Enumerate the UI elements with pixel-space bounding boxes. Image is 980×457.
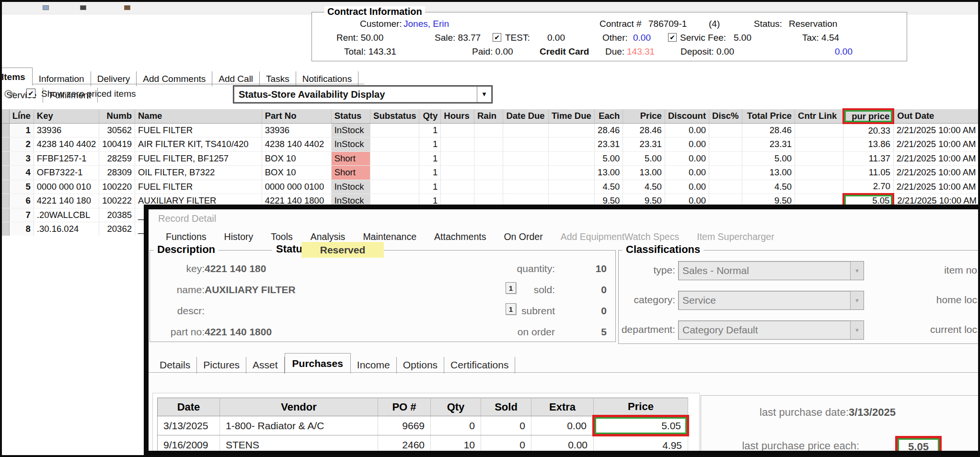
purchase-row[interactable]: 3/13/20251-800- Radiator & A/C9669000.00… [158,416,688,435]
cell-total-price[interactable]: 5.00 [742,151,795,166]
cell-disc-pct[interactable] [709,151,742,166]
cell-status[interactable]: InStock [331,123,370,137]
cell-cntr-link[interactable] [795,180,843,194]
cell-status[interactable]: Short [331,166,370,180]
cell-cntr-link[interactable] [795,166,843,180]
cell-time-due[interactable] [548,166,594,180]
cell-total-price[interactable]: 23.31 [742,137,795,152]
row-gutter[interactable] [0,166,9,180]
column-header-substatus[interactable]: Substatus [370,109,419,123]
availability-display-dropdown[interactable]: Status-Store Availability Display ▼ [233,86,492,103]
cell-cntr-link[interactable] [795,151,843,166]
cell-hours[interactable] [441,123,474,137]
cell-name[interactable]: FUEL FILTER [135,180,262,194]
menu-on-order[interactable]: On Order [504,231,542,242]
cell-key[interactable]: FFBF1257-1 [34,151,99,166]
chevron-down-icon[interactable]: ▼ [850,321,864,339]
cell-disc-pct[interactable] [709,180,742,194]
cell-cntr-link[interactable] [795,137,843,152]
cell-part-no[interactable]: 4238 140 4402 [262,137,331,152]
refresh-icon[interactable]: ⟳ [4,86,15,102]
cell-pur-price[interactable]: 11.05 [843,166,894,180]
purchase-cell-qty[interactable]: 0 [431,416,481,435]
cell-date-due[interactable] [503,166,548,180]
cell-substatus[interactable] [370,166,419,180]
row-gutter[interactable] [0,222,9,236]
chevron-down-icon[interactable]: ▼ [850,291,864,309]
cell-time-due[interactable] [548,137,594,152]
purchases-header-vendor[interactable]: Vendor [220,398,378,416]
purchases-header-extra[interactable]: Extra [531,398,594,416]
column-header-hours[interactable]: Hours [441,109,474,123]
purchase-cell-po[interactable]: 2460 [378,435,431,455]
cell-hours[interactable] [441,180,474,194]
cell-name[interactable]: FUEL FILTER [135,123,262,137]
cell-hours[interactable] [441,137,474,152]
cell-numb[interactable]: 30562 [99,123,135,137]
purchases-header-price[interactable]: Price [594,398,688,416]
cell-out-date[interactable]: 2/21/2025 10:00 AM [893,123,980,137]
cell-status[interactable]: InStock [331,137,370,152]
column-header-time-due[interactable]: Time Due [548,109,594,123]
cell-key[interactable]: 33936 [34,123,99,137]
cell-pur-price[interactable]: 13.86 [843,137,894,152]
cell-qty[interactable]: 1 [419,151,441,166]
cell-cntr-link[interactable] [795,123,843,137]
column-header-part-no[interactable]: Part No [262,109,331,123]
cell-pur-price[interactable]: 11.37 [843,151,894,166]
cell-name[interactable]: FUEL FILTER, BF1257 [135,151,262,166]
cell-discount[interactable]: 0.00 [665,151,709,166]
row-gutter[interactable] [0,151,9,166]
row-gutter[interactable] [0,123,9,137]
tab-add-comments[interactable]: Add Comments [137,71,212,86]
column-header-rain[interactable]: Rain [474,109,503,123]
cell-numb[interactable]: 20362 [99,222,135,236]
cell-status[interactable]: Short [331,151,370,166]
cell-each[interactable]: 5.00 [594,151,623,166]
cell-each[interactable]: 13.00 [594,166,623,180]
purchases-header-po-[interactable]: PO # [378,398,431,416]
detail-tab-details[interactable]: Details [153,357,197,374]
cell-disc-pct[interactable] [709,166,742,180]
cell-pur-price[interactable]: 20.33 [843,123,894,137]
cell-each[interactable]: 28.46 [594,123,623,137]
cell-hours[interactable] [441,166,474,180]
mini-tool-icon[interactable] [124,5,130,10]
type-dropdown[interactable]: Sales - Normal▼ [678,261,864,280]
purchase-cell-date[interactable]: 9/16/2009 [158,435,220,455]
cell-line[interactable]: 2 [9,137,34,152]
cell-key[interactable]: .30.16.024 [34,222,99,236]
table-row[interactable]: 50000 000 010100220FUEL FILTER0000 000 0… [0,180,980,194]
cell-status[interactable]: InStock [331,180,370,194]
column-header-total-price[interactable]: Total Price [742,109,795,123]
cell-part-no[interactable]: BOX 10 [262,151,331,166]
menu-analysis[interactable]: Analysis [311,231,346,242]
cell-price[interactable]: 5.00 [623,151,665,166]
cell-date-due[interactable] [503,137,548,152]
cell-rain[interactable] [474,180,503,194]
purchases-header-date[interactable]: Date [158,398,220,416]
cell-price[interactable]: 28.46 [623,123,665,137]
cell-substatus[interactable] [370,180,419,194]
purchase-cell-sold[interactable]: 0 [481,416,531,435]
cell-rain[interactable] [474,137,503,152]
detail-tab-pictures[interactable]: Pictures [197,357,246,374]
cell-line[interactable]: 7 [9,208,34,222]
purchase-cell-po[interactable]: 9669 [378,416,431,435]
cell-line[interactable]: 3 [9,151,34,166]
cell-key[interactable]: 4221 140 180 [34,194,99,208]
cell-part-no[interactable]: 0000 000 0100 [262,180,331,194]
other-value[interactable]: 0.00 [633,33,651,43]
cell-key[interactable]: 0000 000 010 [34,180,99,194]
cell-part-no[interactable]: BOX 10 [262,166,331,180]
row-gutter[interactable] [0,208,9,222]
cell-disc-pct[interactable] [709,123,742,137]
cell-hours[interactable] [441,151,474,166]
purchase-row[interactable]: 9/16/2009STENS24601000.004.95 [158,435,688,455]
cell-numb[interactable]: 20385 [99,208,135,222]
cell-substatus[interactable] [370,151,419,166]
customer-link[interactable]: Jones, Erin [404,19,449,29]
detail-tab-options[interactable]: Options [397,357,444,374]
cell-rain[interactable] [474,151,503,166]
cell-out-date[interactable]: 2/21/2025 10:00 AM [893,151,980,166]
